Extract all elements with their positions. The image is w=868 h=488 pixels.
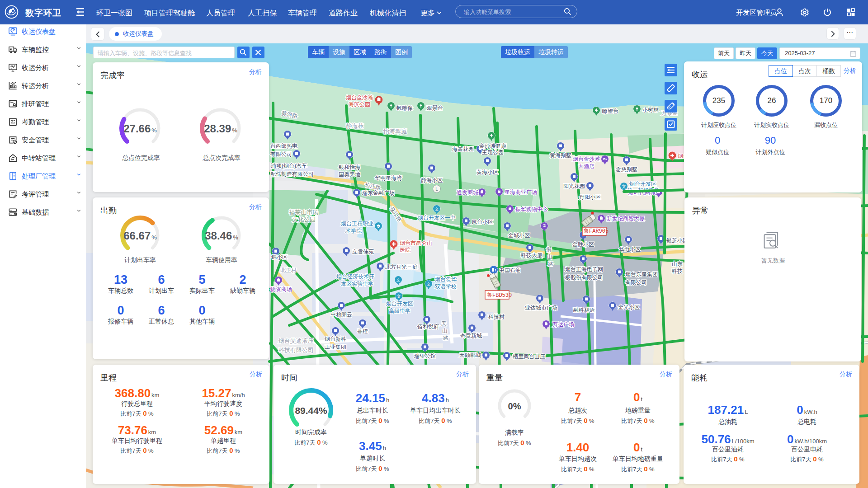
svg-text:海滨公园: 海滨公园 — [349, 101, 370, 108]
svg-text:术学院: 术学院 — [345, 228, 362, 234]
svg-text:怡海翠庭: 怡海翠庭 — [383, 128, 407, 135]
svg-text:通发商城: 通发商城 — [457, 189, 478, 196]
svg-text:文: 文 — [622, 184, 626, 189]
svg-text:烟台爱华: 烟台爱华 — [435, 276, 457, 282]
svg-text:融科林语: 融科林语 — [573, 307, 595, 313]
svg-text:板股份有限公司: 板股份有限公司 — [565, 274, 603, 281]
svg-text:浦项(烟台)汽车: 浦项(烟台)汽车 — [270, 163, 307, 169]
svg-text:工业集团: 工业集团 — [325, 344, 346, 350]
svg-text:高级中学: 高级中学 — [389, 308, 410, 314]
svg-text:路: 路 — [548, 261, 553, 267]
svg-text:天颐郦城: 天颐郦城 — [459, 352, 481, 358]
svg-text:中粮朗云: 中粮朗云 — [330, 311, 352, 318]
svg-text:北方月光三庭: 北方月光三庭 — [385, 264, 418, 270]
svg-text:医院: 医院 — [400, 247, 410, 253]
svg-text:佰和悦府: 佰和悦府 — [417, 324, 439, 330]
svg-text:瑞玺公馆: 瑞玺公馆 — [414, 353, 436, 359]
svg-text:双语学校: 双语学校 — [435, 283, 457, 290]
svg-text:山: 山 — [547, 253, 552, 260]
svg-text:立雪佳苑: 立雪佳苑 — [352, 249, 374, 255]
svg-text:国奥天地: 国奥天地 — [339, 171, 361, 178]
svg-text:烟台开发区: 烟台开发区 — [386, 300, 413, 307]
svg-text:新世纪商贸大厦: 新世纪商贸大厦 — [607, 216, 645, 222]
svg-text:小树林: 小树林 — [642, 107, 659, 113]
svg-text:衔: 衔 — [546, 246, 552, 253]
svg-text:金胜小区: 金胜小区 — [572, 241, 594, 248]
svg-text:烟台开发区: 烟台开发区 — [629, 181, 656, 187]
svg-text:阳光花园: 阳光花园 — [563, 183, 585, 189]
svg-text:烟台开发区一中: 烟台开发区一中 — [418, 215, 456, 221]
svg-text:奇章新城: 奇章新城 — [460, 333, 482, 339]
svg-text:台西部热电: 台西部热电 — [270, 143, 297, 149]
svg-text:科技: 科技 — [671, 268, 683, 274]
svg-text:香橙: 香橙 — [357, 328, 368, 334]
svg-text:主题公园: 主题公园 — [482, 149, 504, 155]
svg-text:万达广场: 万达广场 — [552, 321, 574, 328]
svg-text:凤台小区: 凤台小区 — [472, 219, 493, 225]
svg-text:有限公司: 有限公司 — [270, 151, 292, 157]
svg-text:金沙滩健康: 金沙滩健康 — [479, 143, 506, 149]
svg-text:烟台经济技术开: 烟台经济技术开 — [336, 273, 374, 280]
svg-text:华电小区: 华电小区 — [619, 246, 641, 253]
svg-text:海鑫花园: 海鑫花园 — [452, 146, 474, 152]
svg-text:黄海别墅: 黄海别墅 — [550, 152, 571, 159]
svg-text:烟台东星集团: 烟台东星集团 — [625, 271, 658, 277]
svg-text:银和怡海: 银和怡海 — [338, 164, 360, 170]
svg-text:文化公园: 文化公园 — [292, 216, 316, 223]
svg-text:发区实验中学: 发区实验中学 — [341, 281, 373, 287]
svg-text:瑞东金融广场: 瑞东金融广场 — [362, 190, 395, 196]
svg-text:丹阳小区: 丹阳小区 — [579, 194, 601, 200]
svg-text:栖里凤台山庄: 栖里凤台山庄 — [512, 353, 545, 360]
svg-text:鲁FBD530: 鲁FBD530 — [487, 292, 512, 299]
svg-text:鲁FAR905: 鲁FAR905 — [584, 228, 609, 235]
svg-text:华明星海湾: 华明星海湾 — [375, 175, 402, 181]
svg-text:大酒店: 大酒店 — [578, 163, 594, 169]
svg-text:科技有限公司: 科技有限公司 — [278, 347, 314, 353]
svg-text:黄海小区: 黄海小区 — [476, 169, 498, 175]
svg-text:瞭望台: 瞭望台 — [602, 108, 618, 114]
svg-text:天: 天 — [441, 320, 447, 327]
svg-text:有限公司: 有限公司 — [625, 279, 647, 286]
svg-text:烟台金沙滩: 烟台金沙滩 — [346, 94, 373, 101]
svg-text:中国石油: 中国石油 — [499, 267, 521, 273]
svg-text:科技大厦: 科技大厦 — [520, 252, 542, 258]
svg-text:文: 文 — [396, 278, 401, 282]
svg-text:文: 文 — [427, 282, 431, 286]
svg-text:科技村: 科技村 — [488, 314, 505, 320]
svg-text:锦小区: 锦小区 — [271, 254, 288, 260]
svg-text:文: 文 — [435, 207, 439, 211]
svg-text:业达城市广场: 业达城市广场 — [525, 305, 557, 311]
svg-text:福莱山市民: 福莱山市民 — [289, 209, 319, 216]
svg-text:配件制造有限公司: 配件制造有限公司 — [270, 171, 314, 177]
svg-text:静海苑: 静海苑 — [346, 122, 364, 129]
svg-text:山: 山 — [442, 328, 448, 334]
svg-text:星海商业广场: 星海商业广场 — [505, 189, 537, 195]
svg-text:物资商场: 物资商场 — [270, 286, 292, 292]
svg-text:观景台: 观景台 — [426, 105, 443, 111]
svg-text:文: 文 — [397, 294, 401, 299]
svg-text:烟台市昆仑山: 烟台市昆仑山 — [400, 240, 432, 246]
svg-text:烟台新科: 烟台新科 — [325, 336, 346, 342]
svg-text:烟台艾迪液压: 烟台艾迪液压 — [278, 338, 314, 344]
svg-text:山东: 山东 — [672, 261, 683, 267]
svg-text:烟台正海电子网: 烟台正海电子网 — [565, 266, 603, 272]
svg-text:振华购物中心: 振华购物中心 — [515, 206, 548, 212]
svg-text:路: 路 — [443, 335, 448, 341]
svg-text:金城小区: 金城小区 — [508, 232, 530, 239]
svg-text:L: L — [435, 187, 438, 192]
svg-text:北卫村: 北卫村 — [280, 267, 297, 273]
svg-text:金光小区: 金光小区 — [618, 304, 640, 310]
svg-text:念慈别墅: 念慈别墅 — [616, 166, 637, 173]
svg-text:静海小区: 静海小区 — [421, 177, 443, 183]
svg-text:帆雕像: 帆雕像 — [396, 105, 413, 111]
svg-text:烟台金沙滩: 烟台金沙滩 — [573, 156, 600, 162]
svg-text:烟台工程职业: 烟台工程职业 — [341, 221, 373, 227]
